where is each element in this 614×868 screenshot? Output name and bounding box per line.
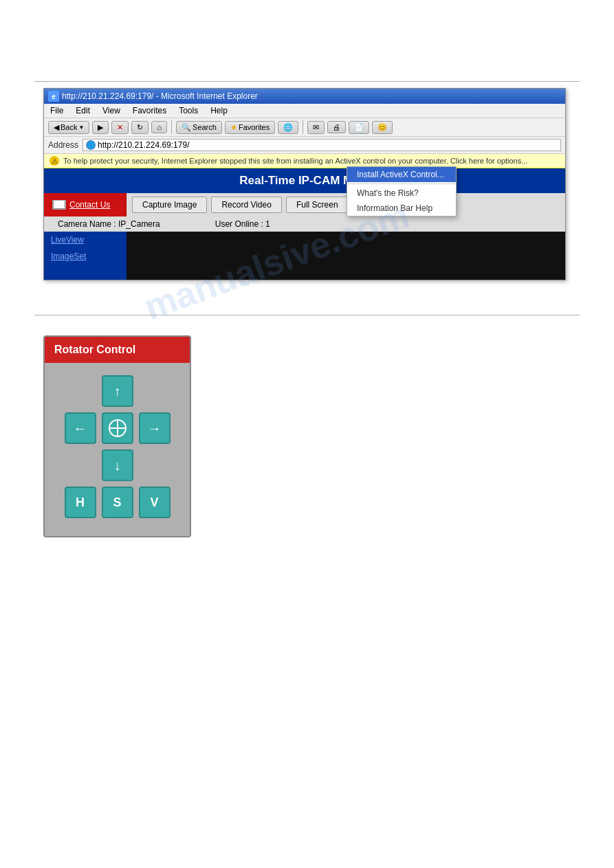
rotator-spacer-ur	[139, 375, 171, 407]
print-button[interactable]: 🖨	[327, 121, 346, 133]
rotator-row-down: ↓	[65, 449, 171, 481]
favorites-star-icon: ★	[230, 123, 237, 132]
rotator-down-button[interactable]: ↓	[102, 449, 133, 481]
activex-context-menu: Install ActiveX Control... What's the Ri…	[347, 166, 457, 216]
browser-toolbar: ◀ Back ▼ ▶ ✕ ↻ ⌂ 🔍 Search ★ Favorites 🌐	[44, 118, 565, 137]
favorites-button[interactable]: ★ Favorites	[225, 121, 275, 134]
forward-icon: ▶	[98, 123, 103, 132]
rotator-header-text: Rotator Control	[54, 344, 135, 355]
refresh-button[interactable]: ↻	[131, 121, 149, 134]
browser-content: Real-Time IP-CAM Mo... Contact Us Captur…	[44, 168, 565, 280]
record-video-button[interactable]: Record Video	[211, 197, 282, 213]
forward-button[interactable]: ▶	[92, 121, 109, 134]
browser-title: http://210.21.224.69:179/ - Microsoft In…	[62, 91, 258, 101]
menu-favorites[interactable]: Favorites	[131, 105, 168, 116]
divider-mid	[34, 315, 580, 315]
security-message: To help protect your security, Internet …	[63, 157, 527, 165]
cam-buttons: Capture Image Record Video Full Screen I…	[127, 193, 565, 216]
media-icon: 🌐	[283, 123, 293, 132]
rotator-s-button[interactable]: S	[102, 487, 133, 518]
cam-header: Real-Time IP-CAM Mo...	[44, 168, 565, 193]
cam-sidebar: LiveView ImageSet	[44, 232, 127, 280]
favorites-label: Favorites	[239, 123, 270, 131]
cam-video-area	[127, 232, 565, 280]
rotator-body: ↑ ← → ↓ H S V	[45, 363, 190, 525]
context-menu-risk[interactable]: What's the Risk?	[347, 186, 456, 201]
address-globe-icon: 🌐	[86, 140, 96, 150]
rotator-up-button[interactable]: ↑	[102, 375, 133, 407]
cam-controlbar: Contact Us Capture Image Record Video Fu…	[44, 193, 565, 216]
cam-contact[interactable]: Contact Us	[44, 193, 127, 216]
sidebar-item-imageset[interactable]: ImageSet	[44, 248, 127, 265]
rotator-left-button[interactable]: ←	[65, 412, 96, 444]
print-icon: 🖨	[333, 123, 340, 131]
menu-edit[interactable]: Edit	[74, 105, 92, 116]
cam-main: LiveView ImageSet	[44, 232, 565, 280]
crosshair-icon	[109, 419, 127, 437]
context-menu-sep	[347, 183, 456, 184]
back-label: Back	[61, 123, 77, 131]
contact-envelope-icon	[52, 200, 66, 210]
rotator-header: Rotator Control	[45, 337, 190, 363]
rotator-row-up: ↑	[65, 375, 171, 407]
mail-icon: ✉	[313, 123, 319, 132]
divider-top	[34, 81, 580, 82]
cam-infobar: Camera Name : IP_Camera User Online : 1	[44, 216, 565, 232]
rotator-row-hsv: H S V	[65, 487, 171, 518]
stop-button[interactable]: ✕	[111, 121, 129, 134]
rotator-v-button[interactable]: V	[139, 487, 171, 518]
refresh-icon: ↻	[137, 123, 143, 132]
browser-securitybar[interactable]: ⚠ To help protect your security, Interne…	[44, 154, 565, 168]
home-button[interactable]: ⌂	[151, 121, 167, 133]
address-input[interactable]: 🌐 http://210.21.224.69:179/	[83, 139, 561, 151]
context-menu-help[interactable]: Information Bar Help	[347, 201, 456, 216]
camera-name-label: Camera Name : IP_Camera	[58, 219, 160, 229]
back-button[interactable]: ◀ Back ▼	[48, 121, 89, 134]
browser-addressbar: Address 🌐 http://210.21.224.69:179/	[44, 137, 565, 154]
rotator-row-mid: ← →	[65, 412, 171, 444]
messenger-button[interactable]: 😊	[372, 121, 393, 134]
rotator-spacer-dr	[139, 449, 171, 481]
browser-icon: e	[48, 91, 59, 102]
search-label: Search	[193, 123, 217, 131]
back-dropdown-icon: ▼	[78, 124, 84, 131]
edit-page-button[interactable]: 📄	[349, 121, 369, 134]
home-icon: ⌂	[157, 123, 162, 131]
search-button[interactable]: 🔍 Search	[176, 121, 222, 134]
address-url: http://210.21.224.69:179/	[98, 140, 189, 150]
rotator-section: Rotator Control ↑ ← → ↓	[43, 335, 191, 537]
edit-page-icon: 📄	[354, 123, 364, 132]
sidebar-item-liveview[interactable]: LiveView	[44, 232, 127, 248]
rotator-panel: Rotator Control ↑ ← → ↓	[43, 335, 191, 537]
capture-image-button[interactable]: Capture Image	[132, 197, 207, 213]
user-online-label: User Online : 1	[215, 219, 270, 229]
address-label: Address	[48, 140, 78, 150]
menu-file[interactable]: File	[48, 105, 65, 116]
stop-icon: ✕	[117, 123, 123, 132]
rotator-h-button[interactable]: H	[65, 487, 96, 518]
media-button[interactable]: 🌐	[278, 121, 298, 134]
toolbar-sep-2	[303, 120, 303, 134]
contact-label: Contact Us	[69, 200, 110, 210]
security-icon: ⚠	[50, 156, 59, 166]
rotator-spacer-dl	[65, 449, 96, 481]
menu-help[interactable]: Help	[208, 105, 230, 116]
rotator-right-button[interactable]: →	[139, 412, 171, 444]
menu-view[interactable]: View	[100, 105, 122, 116]
browser-titlebar: e http://210.21.224.69:179/ - Microsoft …	[44, 89, 565, 104]
context-menu-install[interactable]: Install ActiveX Control...	[347, 167, 456, 182]
toolbar-sep-1	[171, 120, 172, 134]
search-icon: 🔍	[182, 123, 191, 132]
browser-window: e http://210.21.224.69:179/ - Microsoft …	[43, 88, 566, 280]
rotator-spacer-ul	[65, 375, 96, 407]
mail-button[interactable]: ✉	[307, 121, 325, 134]
full-screen-button[interactable]: Full Screen	[286, 197, 349, 213]
rotator-center-button[interactable]	[102, 412, 133, 444]
browser-menubar: File Edit View Favorites Tools Help	[44, 104, 565, 118]
back-arrow-icon: ◀	[54, 123, 59, 132]
menu-tools[interactable]: Tools	[177, 105, 200, 116]
messenger-icon: 😊	[377, 123, 387, 132]
